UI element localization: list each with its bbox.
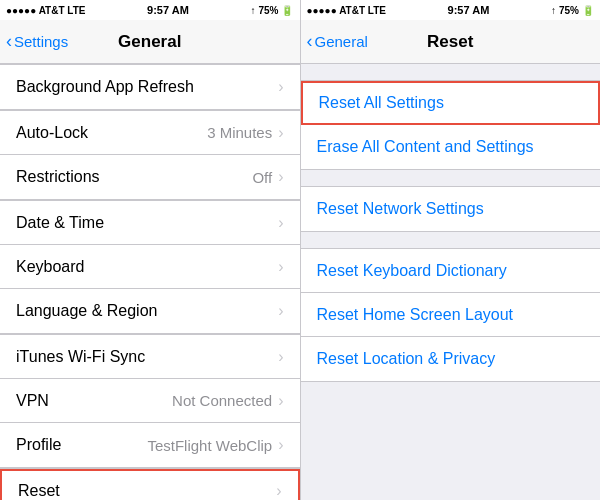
right-gap-2 [301, 232, 601, 248]
erase-all-content-item[interactable]: Erase All Content and Settings [301, 125, 601, 169]
reset-group-3: Reset Keyboard Dictionary Reset Home Scr… [301, 248, 601, 382]
keyboard-label: Keyboard [16, 258, 278, 276]
vpn-label: VPN [16, 392, 172, 410]
left-panel: ●●●●● AT&T LTE 9:57 AM ↑ 75% 🔋 ‹ Setting… [0, 0, 300, 500]
left-nav-bar: ‹ Settings General [0, 20, 300, 64]
right-battery-pct: 75% [559, 5, 579, 16]
signal-dots: ●●●●● [6, 5, 36, 16]
reset-all-settings-item[interactable]: Reset All Settings [301, 81, 601, 125]
vpn-item[interactable]: VPN Not Connected › [0, 379, 300, 423]
right-panel: ●●●●● AT&T LTE 9:57 AM ↑ 75% 🔋 ‹ General… [301, 0, 601, 500]
itunes-wifi-sync-item[interactable]: iTunes Wi-Fi Sync › [0, 335, 300, 379]
restrictions-value: Off [252, 169, 272, 186]
auto-lock-value: 3 Minutes [207, 124, 272, 141]
restrictions-chevron-icon: › [278, 168, 283, 186]
left-nav-title: General [118, 32, 181, 52]
erase-all-content-label: Erase All Content and Settings [317, 138, 534, 156]
right-back-chevron-icon: ‹ [307, 32, 313, 50]
reset-keyboard-dictionary-item[interactable]: Reset Keyboard Dictionary [301, 249, 601, 293]
profile-label: Profile [16, 436, 147, 454]
right-nav-bar: ‹ General Reset [301, 20, 601, 64]
auto-lock-item[interactable]: Auto-Lock 3 Minutes › [0, 111, 300, 155]
keyboard-item[interactable]: Keyboard › [0, 245, 300, 289]
right-gap-top [301, 64, 601, 80]
auto-lock-chevron-icon: › [278, 124, 283, 142]
profile-chevron-icon: › [278, 436, 283, 454]
left-group-5: Reset › [0, 468, 300, 500]
reset-group-1: Reset All Settings Erase All Content and… [301, 80, 601, 170]
left-group-3: Date & Time › Keyboard › Language & Regi… [0, 200, 300, 334]
battery-icon: 🔋 [281, 5, 293, 16]
left-status-bar: ●●●●● AT&T LTE 9:57 AM ↑ 75% 🔋 [0, 0, 300, 20]
right-signal-dots: ●●●●● [307, 5, 337, 16]
restrictions-label: Restrictions [16, 168, 252, 186]
language-region-item[interactable]: Language & Region › [0, 289, 300, 333]
itunes-wifi-sync-chevron-icon: › [278, 348, 283, 366]
itunes-wifi-sync-label: iTunes Wi-Fi Sync [16, 348, 278, 366]
reset-location-privacy-label: Reset Location & Privacy [317, 350, 496, 368]
right-back-button[interactable]: ‹ General [307, 33, 368, 50]
restrictions-item[interactable]: Restrictions Off › [0, 155, 300, 199]
reset-home-screen-layout-item[interactable]: Reset Home Screen Layout [301, 293, 601, 337]
auto-lock-label: Auto-Lock [16, 124, 207, 142]
left-group-2: Auto-Lock 3 Minutes › Restrictions Off › [0, 110, 300, 200]
reset-item[interactable]: Reset › [0, 469, 300, 500]
reset-home-screen-layout-label: Reset Home Screen Layout [317, 306, 514, 324]
background-app-refresh-chevron-icon: › [278, 78, 283, 96]
left-carrier: ●●●●● AT&T LTE [6, 5, 85, 16]
reset-network-settings-item[interactable]: Reset Network Settings [301, 187, 601, 231]
vpn-value: Not Connected [172, 392, 272, 409]
left-back-label: Settings [14, 33, 68, 50]
battery-pct: 75% [258, 5, 278, 16]
right-battery-icon: 🔋 [582, 5, 594, 16]
right-status-bar: ●●●●● AT&T LTE 9:57 AM ↑ 75% 🔋 [301, 0, 601, 20]
right-status-icons: ↑ 75% 🔋 [551, 5, 594, 16]
reset-label: Reset [18, 482, 276, 500]
date-time-item[interactable]: Date & Time › [0, 201, 300, 245]
vpn-chevron-icon: › [278, 392, 283, 410]
left-status-icons: ↑ 75% 🔋 [250, 5, 293, 16]
reset-chevron-icon: › [276, 482, 281, 500]
left-time: 9:57 AM [147, 4, 189, 16]
right-back-label: General [315, 33, 368, 50]
keyboard-chevron-icon: › [278, 258, 283, 276]
reset-location-privacy-item[interactable]: Reset Location & Privacy [301, 337, 601, 381]
right-time: 9:57 AM [448, 4, 490, 16]
left-group-1: Background App Refresh › [0, 64, 300, 110]
left-back-button[interactable]: ‹ Settings [6, 33, 68, 50]
language-region-chevron-icon: › [278, 302, 283, 320]
profile-value: TestFlight WebClip [147, 437, 272, 454]
reset-group-2: Reset Network Settings [301, 186, 601, 232]
right-nav-title: Reset [427, 32, 473, 52]
right-location-icon: ↑ [551, 5, 556, 16]
right-gap-1 [301, 170, 601, 186]
date-time-label: Date & Time [16, 214, 278, 232]
reset-network-settings-label: Reset Network Settings [317, 200, 484, 218]
location-icon: ↑ [250, 5, 255, 16]
reset-all-settings-label: Reset All Settings [319, 94, 444, 112]
left-back-chevron-icon: ‹ [6, 32, 12, 50]
left-group-4: iTunes Wi-Fi Sync › VPN Not Connected › … [0, 334, 300, 468]
background-app-refresh-label: Background App Refresh [16, 78, 278, 96]
profile-item[interactable]: Profile TestFlight WebClip › [0, 423, 300, 467]
right-carrier: ●●●●● AT&T LTE [307, 5, 386, 16]
reset-keyboard-dictionary-label: Reset Keyboard Dictionary [317, 262, 507, 280]
language-region-label: Language & Region [16, 302, 278, 320]
date-time-chevron-icon: › [278, 214, 283, 232]
background-app-refresh-item[interactable]: Background App Refresh › [0, 65, 300, 109]
